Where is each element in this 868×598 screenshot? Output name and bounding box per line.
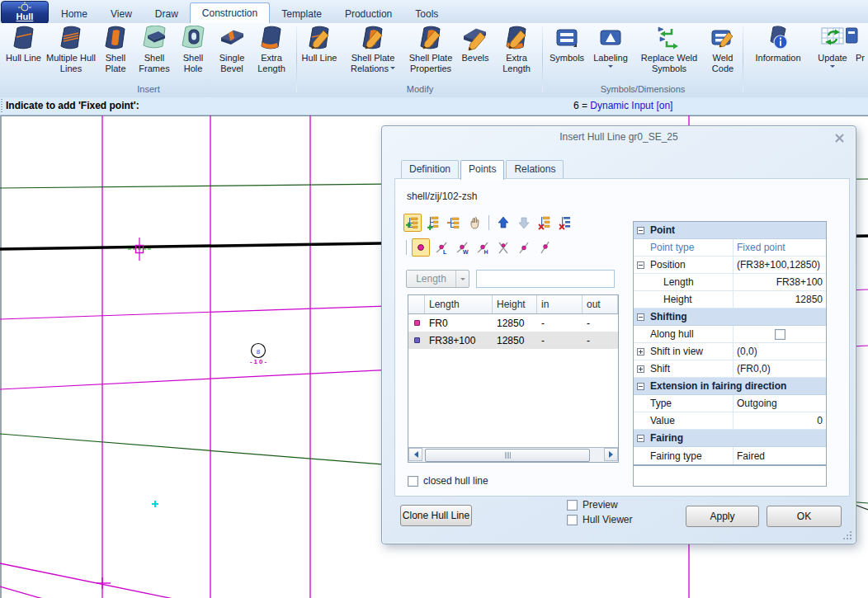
- along-hull-checkbox[interactable]: [775, 329, 785, 340]
- collapse-icon[interactable]: [637, 435, 644, 442]
- insert-extra-length-button[interactable]: Extra Length: [252, 23, 291, 74]
- modify-extra-length-button[interactable]: Extra Length: [495, 23, 538, 74]
- shift-value[interactable]: (FR0,0): [733, 360, 826, 377]
- property-extension-type[interactable]: Type Outgoing: [634, 395, 826, 412]
- symbols-button[interactable]: Symbols: [545, 23, 589, 64]
- property-fairing-type[interactable]: Fairing type Faired: [634, 447, 826, 464]
- tab-view[interactable]: View: [99, 5, 144, 23]
- category-shifting[interactable]: Shifting: [634, 308, 826, 326]
- scroll-left-icon[interactable]: [408, 448, 422, 461]
- property-position[interactable]: Position (FR38+100,12850): [634, 257, 826, 274]
- property-shift-in-view[interactable]: Shift in view (0,0): [634, 343, 826, 360]
- delete-point-icon[interactable]: [535, 214, 554, 232]
- tab-template[interactable]: Template: [270, 5, 333, 23]
- curve-tangent-point-icon[interactable]: [535, 238, 554, 257]
- clone-hull-line-button[interactable]: Clone Hull Line: [400, 505, 472, 526]
- scrollbar-thumb[interactable]: [425, 449, 590, 462]
- tab-production[interactable]: Production: [333, 5, 403, 23]
- application-button[interactable]: Hull: [1, 1, 49, 24]
- apply-button[interactable]: Apply: [686, 506, 759, 527]
- curve-point-icon[interactable]: [515, 238, 533, 257]
- property-shift[interactable]: Shift (FR0,0): [634, 360, 826, 378]
- insert-shell-plate-button[interactable]: Shell Plate: [97, 23, 134, 74]
- combo-dropdown-icon[interactable]: [455, 271, 469, 287]
- length-value[interactable]: FR38+100: [733, 274, 826, 290]
- labeling-button[interactable]: Labeling: [589, 23, 632, 70]
- fixed-point-icon[interactable]: [412, 238, 430, 257]
- coordinate-value-input[interactable]: [476, 270, 615, 288]
- insert-multiple-hull-lines-button[interactable]: Multiple Hull Lines: [45, 23, 97, 74]
- resize-grip[interactable]: [842, 530, 852, 540]
- point-width-icon[interactable]: W: [453, 238, 471, 257]
- table-row-selected[interactable]: FR38+100 12850 - -: [408, 332, 618, 349]
- dialog-title-bar[interactable]: Insert Hull Line gr0_SE_25: [382, 126, 856, 148]
- property-length[interactable]: Length FR38+100: [634, 274, 826, 291]
- close-icon[interactable]: [834, 133, 845, 144]
- property-extension-value[interactable]: Value 0: [634, 412, 826, 430]
- hull-viewer-checkbox[interactable]: [567, 515, 578, 525]
- preview-checkbox[interactable]: [567, 500, 578, 511]
- closed-hull-line-checkbox[interactable]: [408, 476, 418, 487]
- property-point-type[interactable]: Point type Fixed point: [634, 239, 826, 257]
- hull-line-magenta-diag-1[interactable]: [0, 563, 177, 598]
- collapse-icon[interactable]: [637, 383, 644, 390]
- clipped-ribbon-button[interactable]: Pr: [854, 23, 866, 64]
- dynamic-input-toggle[interactable]: Dynamic Input [on]: [590, 100, 672, 111]
- point-type-value[interactable]: Fixed point: [733, 239, 826, 256]
- modify-shell-plate-properties-button[interactable]: Shell Plate Properties: [406, 23, 455, 74]
- tab-draw[interactable]: Draw: [144, 5, 190, 23]
- fairing-type-value[interactable]: Faired: [733, 447, 826, 464]
- hull-line-magenta-diag-2[interactable]: [0, 586, 43, 598]
- insert-shell-frames-button[interactable]: Shell Frames: [134, 23, 174, 74]
- prompt-grip[interactable]: [1, 99, 2, 112]
- modify-hull-line-button[interactable]: Hull Line: [299, 23, 340, 64]
- point-length-icon[interactable]: L: [432, 238, 451, 257]
- extension-value-value[interactable]: 0: [733, 412, 826, 429]
- delete-all-points-icon[interactable]: [556, 214, 574, 232]
- move-point-down-icon[interactable]: [515, 214, 533, 232]
- tab-relations[interactable]: Relations: [506, 160, 564, 178]
- information-button[interactable]: Information: [745, 23, 811, 64]
- add-point-after-icon[interactable]: [424, 214, 442, 232]
- expand-icon[interactable]: [637, 365, 644, 373]
- shift-in-view-value[interactable]: (0,0): [733, 343, 826, 360]
- position-value[interactable]: (FR38+100,12850): [733, 257, 826, 273]
- table-row[interactable]: FR0 12850 - -: [408, 314, 618, 332]
- height-value[interactable]: 12850: [733, 291, 826, 308]
- move-point-up-icon[interactable]: [494, 214, 512, 232]
- tab-definition[interactable]: Definition: [401, 160, 459, 178]
- coordinate-type-combo[interactable]: Length: [406, 270, 469, 288]
- tab-construction[interactable]: Construction: [190, 2, 270, 23]
- extension-type-value[interactable]: Outgoing: [733, 395, 826, 412]
- modify-shell-plate-relations-button[interactable]: Shell Plate Relations: [340, 23, 406, 74]
- ok-button[interactable]: OK: [767, 506, 842, 527]
- collapse-icon[interactable]: [637, 313, 644, 321]
- add-point-before-icon[interactable]: [403, 214, 422, 232]
- scroll-right-icon[interactable]: [604, 448, 618, 461]
- category-extension[interactable]: Extension in fairing direction: [634, 378, 826, 395]
- property-along-hull[interactable]: Along hull: [634, 326, 826, 343]
- tab-tools[interactable]: Tools: [403, 5, 450, 23]
- weld-code-button[interactable]: Weld Code: [706, 23, 739, 74]
- expand-icon[interactable]: [637, 348, 644, 356]
- collapse-icon[interactable]: [637, 261, 644, 269]
- modify-bevels-button[interactable]: Bevels: [455, 23, 495, 64]
- category-point[interactable]: Point: [634, 222, 826, 239]
- insert-point-icon[interactable]: [445, 214, 463, 232]
- preview-row: Preview: [567, 499, 618, 511]
- point-marker-circle[interactable]: 8 -10-: [250, 344, 268, 366]
- intersection-point-icon[interactable]: [494, 238, 512, 257]
- insert-single-bevel-button[interactable]: Single Bevel: [212, 23, 252, 74]
- tab-points[interactable]: Points: [460, 160, 504, 180]
- tab-home[interactable]: Home: [50, 5, 99, 23]
- replace-weld-symbols-button[interactable]: Replace Weld Symbols: [632, 23, 706, 74]
- property-height[interactable]: Height 12850: [634, 291, 826, 308]
- extra-length-edit-icon: [502, 26, 531, 52]
- insert-shell-hole-button[interactable]: Shell Hole: [174, 23, 212, 74]
- collapse-icon[interactable]: [637, 227, 644, 234]
- insert-hull-line-button[interactable]: Hull Line: [2, 23, 45, 64]
- category-fairing[interactable]: Fairing: [634, 430, 826, 447]
- horizontal-scrollbar[interactable]: [408, 447, 618, 462]
- pan-hand-icon[interactable]: [465, 214, 484, 232]
- point-height-icon[interactable]: H: [474, 238, 492, 257]
